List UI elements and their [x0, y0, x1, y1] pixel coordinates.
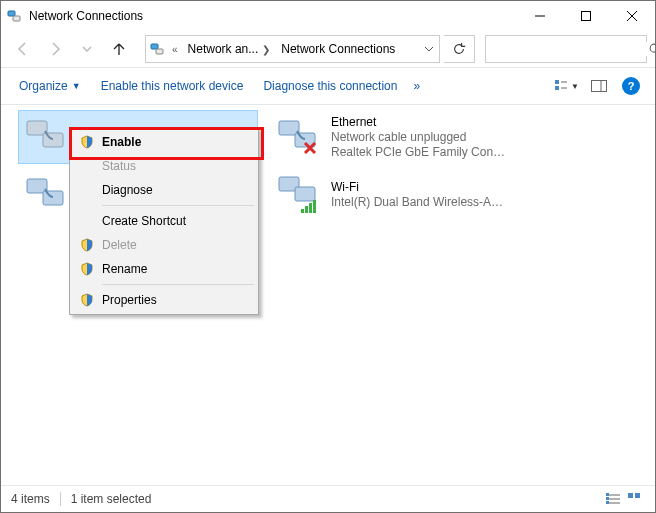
view-large-icon[interactable] — [625, 489, 645, 509]
minimize-button[interactable] — [517, 1, 563, 31]
recent-dropdown[interactable] — [73, 35, 101, 63]
svg-rect-29 — [313, 200, 316, 213]
address-dropdown[interactable] — [419, 44, 439, 54]
ctx-separator — [102, 205, 254, 206]
breadcrumb-seg2[interactable]: Network Connections — [275, 36, 400, 62]
adapter-name: Ethernet — [331, 115, 507, 130]
adapter-status: Network cable unplugged — [331, 130, 507, 145]
adapter-device: Intel(R) Dual Band Wireless-AC 31... — [331, 195, 507, 210]
view-options-button[interactable]: ▼ — [553, 74, 581, 98]
svg-point-8 — [650, 44, 656, 52]
svg-rect-33 — [606, 493, 609, 496]
ctx-label: Delete — [98, 238, 137, 252]
adapter-name: Wi-Fi — [331, 180, 507, 195]
ctx-label: Properties — [98, 293, 157, 307]
preview-pane-button[interactable] — [585, 74, 613, 98]
ctx-separator — [102, 284, 254, 285]
back-button[interactable] — [9, 35, 37, 63]
svg-rect-37 — [635, 493, 640, 498]
ctx-label: Enable — [98, 135, 141, 149]
svg-rect-36 — [628, 493, 633, 498]
shield-icon — [76, 262, 98, 276]
title-bar: Network Connections — [1, 1, 655, 31]
view-details-icon[interactable] — [603, 489, 623, 509]
adapter-icon — [277, 117, 325, 157]
adapter-device: Realtek PCIe GbE Family Controller — [331, 145, 507, 160]
ctx-properties[interactable]: Properties — [72, 288, 256, 312]
refresh-button[interactable] — [444, 35, 475, 63]
maximize-button[interactable] — [563, 1, 609, 31]
shield-icon — [76, 293, 98, 307]
svg-rect-25 — [295, 187, 315, 201]
sep — [60, 492, 61, 506]
adapter-icon — [277, 175, 325, 215]
close-button[interactable] — [609, 1, 655, 31]
ctx-delete: Delete — [72, 233, 256, 257]
adapter-wifi[interactable]: Wi-Fi Intel(R) Dual Band Wireless-AC 31.… — [271, 169, 509, 221]
organize-button[interactable]: Organize▼ — [11, 75, 89, 97]
adapter-ethernet[interactable]: Ethernet Network cable unplugged Realtek… — [271, 111, 509, 163]
navigation-row: « Network an...❯ Network Connections — [1, 31, 655, 67]
adapter-icon — [25, 117, 73, 157]
address-bar[interactable]: « Network an...❯ Network Connections — [145, 35, 440, 63]
toolbar-overflow[interactable]: » — [409, 75, 424, 97]
breadcrumb-seg1[interactable]: Network an...❯ — [182, 36, 276, 62]
search-box[interactable] — [485, 35, 647, 63]
svg-rect-26 — [301, 209, 304, 213]
shield-icon — [76, 135, 98, 149]
ctx-create-shortcut[interactable]: Create Shortcut — [72, 209, 256, 233]
content-area[interactable]: Cisco AnyConnect Secure Mobility Etherne… — [1, 105, 655, 485]
svg-rect-35 — [606, 501, 609, 504]
adapter-icon — [25, 175, 73, 215]
svg-rect-27 — [305, 206, 308, 213]
command-bar: Organize▼ Enable this network device Dia… — [1, 67, 655, 105]
svg-rect-14 — [592, 81, 607, 92]
svg-rect-28 — [309, 203, 312, 213]
help-icon: ? — [622, 77, 640, 95]
help-button[interactable]: ? — [617, 74, 645, 98]
svg-rect-7 — [156, 49, 163, 54]
svg-rect-11 — [555, 86, 559, 90]
window-title: Network Connections — [29, 9, 143, 23]
ctx-enable[interactable]: Enable — [72, 130, 256, 154]
up-button[interactable] — [105, 35, 133, 63]
svg-rect-34 — [606, 497, 609, 500]
forward-button[interactable] — [41, 35, 69, 63]
breadcrumb-root-chevron[interactable]: « — [168, 44, 182, 55]
search-icon[interactable] — [648, 42, 656, 56]
location-icon — [150, 41, 166, 57]
svg-rect-3 — [582, 12, 591, 21]
status-item-count: 4 items — [11, 492, 50, 506]
window-controls — [517, 1, 655, 31]
context-menu: Enable Status Diagnose Create Shortcut D… — [69, 127, 259, 315]
window: Network Connections « Network an...❯ Net… — [0, 0, 656, 513]
status-bar: 4 items 1 item selected — [1, 485, 655, 512]
enable-device-button[interactable]: Enable this network device — [93, 75, 252, 97]
svg-rect-6 — [151, 44, 158, 49]
svg-rect-0 — [8, 11, 15, 16]
shield-icon — [76, 238, 98, 252]
ctx-diagnose[interactable]: Diagnose — [72, 178, 256, 202]
ctx-label: Diagnose — [98, 183, 153, 197]
ctx-label: Status — [98, 159, 136, 173]
diagnose-connection-button[interactable]: Diagnose this connection — [255, 75, 405, 97]
svg-rect-10 — [555, 80, 559, 84]
ctx-rename[interactable]: Rename — [72, 257, 256, 281]
ctx-label: Rename — [98, 262, 147, 276]
view-switcher — [603, 489, 645, 509]
ctx-label: Create Shortcut — [98, 214, 186, 228]
status-selection: 1 item selected — [71, 492, 152, 506]
app-icon — [7, 8, 23, 24]
ctx-status: Status — [72, 154, 256, 178]
svg-rect-1 — [13, 16, 20, 21]
search-input[interactable] — [486, 42, 648, 56]
